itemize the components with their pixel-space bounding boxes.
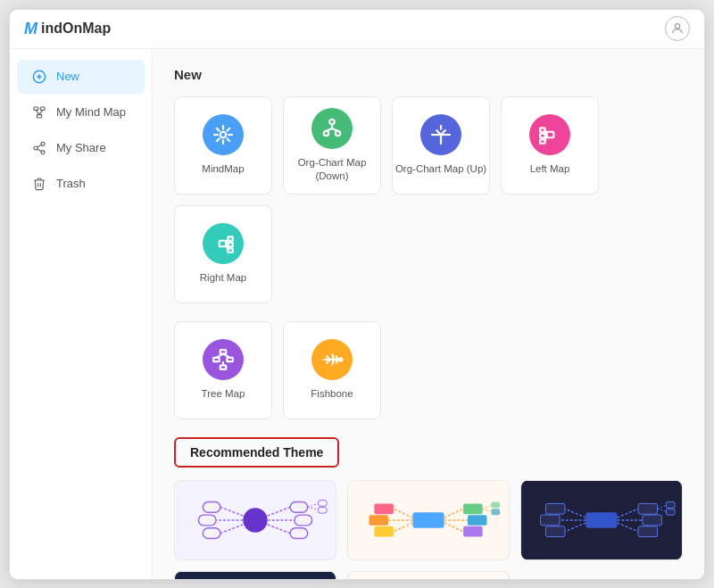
svg-line-20 [227, 138, 230, 142]
sidebar: New My Mind Map [10, 49, 153, 579]
svg-rect-42 [228, 236, 232, 240]
svg-rect-44 [228, 248, 232, 252]
svg-rect-113 [638, 503, 658, 514]
svg-rect-35 [540, 128, 544, 131]
svg-rect-87 [369, 515, 389, 526]
recommended-theme-title: Recommended Theme [190, 445, 323, 460]
theme-card-warm[interactable] [347, 571, 510, 579]
tree-map-card[interactable]: Tree Map [174, 321, 272, 419]
svg-rect-120 [177, 572, 334, 579]
left-map-icon [529, 114, 570, 155]
svg-rect-98 [491, 509, 500, 515]
svg-rect-86 [374, 503, 394, 514]
tree-map-label: Tree Map [202, 387, 245, 401]
svg-point-10 [34, 146, 37, 150]
svg-rect-94 [463, 526, 483, 536]
svg-point-64 [243, 508, 267, 532]
theme-card-dark[interactable] [520, 480, 683, 560]
sidebar-item-label-myshare: My Share [56, 141, 106, 154]
theme-card-dark-blue[interactable] [174, 571, 336, 579]
sidebar-item-label-new: New [56, 70, 79, 83]
svg-rect-115 [638, 526, 658, 536]
map-type-grid-row2: Tree Map [174, 321, 683, 419]
svg-rect-5 [40, 107, 45, 110]
svg-rect-43 [228, 243, 232, 246]
svg-rect-6 [37, 114, 41, 117]
svg-rect-106 [545, 526, 565, 536]
svg-rect-140 [350, 572, 507, 579]
svg-rect-105 [541, 515, 560, 526]
svg-rect-100 [585, 512, 617, 528]
svg-point-14 [220, 132, 227, 138]
svg-rect-36 [540, 134, 544, 137]
svg-line-28 [332, 128, 338, 131]
theme-card-colorful[interactable] [347, 480, 510, 560]
svg-rect-37 [540, 139, 544, 143]
org-chart-down-card[interactable]: Org-Chart Map(Down) [283, 96, 381, 195]
trash-icon [31, 176, 47, 192]
sidebar-item-trash[interactable]: Trash [17, 167, 145, 201]
recommended-theme-section: Recommended Theme [174, 437, 683, 579]
org-chart-down-label: Org-Chart Map(Down) [298, 156, 367, 183]
sidebar-item-label-trash: Trash [56, 177, 86, 190]
new-section-title: New [174, 67, 683, 82]
svg-rect-93 [468, 515, 487, 526]
new-icon [31, 69, 47, 85]
org-chart-up-icon [420, 114, 461, 155]
tree-map-icon [203, 339, 244, 380]
content-area: New [153, 49, 704, 579]
svg-point-9 [41, 142, 45, 145]
svg-rect-50 [227, 358, 233, 361]
share-icon [31, 140, 47, 156]
svg-line-22 [216, 138, 220, 142]
app-window: M indOnMap New [9, 9, 705, 580]
org-chart-up-card[interactable]: Org-Chart Map (Up) [392, 96, 490, 195]
sidebar-item-new[interactable]: New [17, 60, 145, 94]
left-map-card[interactable]: Left Map [501, 96, 599, 195]
logo-m-letter: M [24, 20, 37, 38]
right-map-icon [203, 223, 244, 264]
mindmap-icon [203, 114, 244, 155]
svg-line-21 [227, 128, 230, 131]
svg-rect-88 [374, 526, 394, 536]
svg-point-24 [324, 130, 328, 135]
fishbone-icon [311, 339, 353, 380]
mindmap-label: MindMap [202, 162, 244, 176]
svg-point-11 [41, 150, 45, 153]
theme-grid [174, 480, 683, 579]
recommended-theme-header: Recommended Theme [174, 437, 339, 468]
mindmap-card[interactable]: MindMap [174, 96, 272, 195]
svg-rect-41 [220, 241, 227, 247]
theme-card-purple[interactable] [174, 480, 336, 560]
svg-line-7 [36, 110, 39, 114]
svg-line-8 [39, 110, 43, 114]
sidebar-item-my-mind-map[interactable]: My Mind Map [17, 95, 145, 129]
svg-point-25 [336, 130, 340, 135]
svg-rect-92 [463, 503, 483, 514]
svg-point-62 [339, 358, 342, 360]
left-map-label: Left Map [530, 162, 570, 176]
svg-line-19 [216, 128, 220, 131]
svg-line-27 [327, 128, 333, 131]
sidebar-item-my-share[interactable]: My Share [17, 131, 145, 165]
svg-rect-4 [34, 107, 38, 110]
my-mind-map-icon [31, 104, 47, 120]
svg-line-13 [37, 145, 42, 147]
org-chart-down-icon [311, 108, 353, 149]
title-bar: M indOnMap [10, 10, 704, 49]
map-type-grid: MindMap Org-Chart Map(Down) [174, 96, 683, 303]
right-map-card[interactable]: Right Map [174, 205, 272, 303]
org-chart-up-label: Org-Chart Map (Up) [395, 162, 486, 176]
svg-line-12 [37, 149, 42, 152]
sidebar-item-label-mymindmap: My Mind Map [56, 105, 126, 119]
svg-rect-48 [220, 350, 227, 353]
app-logo: M indOnMap [24, 20, 111, 38]
user-account-button[interactable] [665, 16, 690, 41]
main-layout: New My Mind Map [10, 49, 704, 579]
logo-text: indOnMap [41, 21, 111, 37]
svg-rect-118 [666, 501, 675, 508]
svg-rect-97 [491, 501, 500, 508]
svg-rect-82 [412, 512, 444, 528]
fishbone-card[interactable]: Fishbone [283, 321, 381, 419]
svg-point-23 [329, 119, 334, 123]
